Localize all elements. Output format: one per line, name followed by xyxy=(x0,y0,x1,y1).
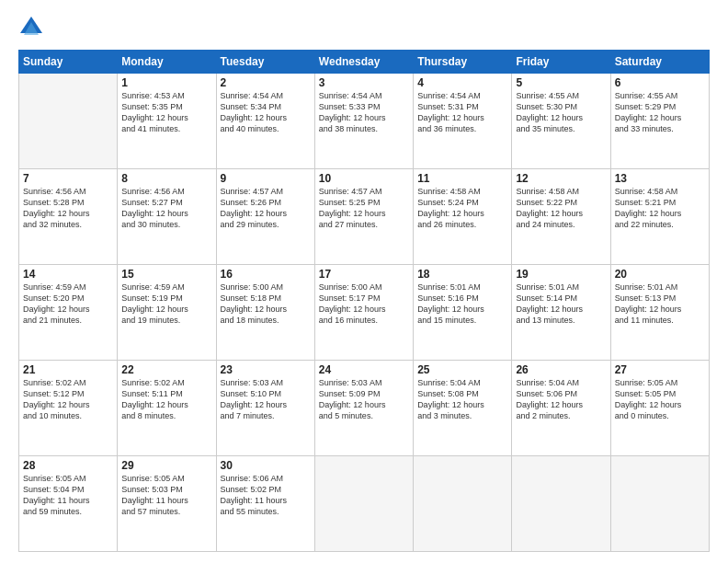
day-number: 30 xyxy=(221,459,311,472)
day-info: Sunrise: 5:05 AM Sunset: 5:04 PM Dayligh… xyxy=(23,473,113,518)
day-info: Sunrise: 5:00 AM Sunset: 5:18 PM Dayligh… xyxy=(221,282,311,327)
calendar-day-cell: 10Sunrise: 4:57 AM Sunset: 5:25 PM Dayli… xyxy=(314,169,413,265)
calendar-day-cell: 27Sunrise: 5:05 AM Sunset: 5:05 PM Dayli… xyxy=(610,361,709,456)
day-info: Sunrise: 4:58 AM Sunset: 5:21 PM Dayligh… xyxy=(615,186,705,231)
calendar-day-cell: 7Sunrise: 4:56 AM Sunset: 5:28 PM Daylig… xyxy=(19,169,118,265)
calendar-day-cell xyxy=(414,456,512,552)
day-number: 21 xyxy=(23,363,113,376)
day-info: Sunrise: 4:55 AM Sunset: 5:30 PM Dayligh… xyxy=(516,90,606,135)
day-info: Sunrise: 5:02 AM Sunset: 5:12 PM Dayligh… xyxy=(23,377,113,422)
day-number: 5 xyxy=(516,76,606,89)
calendar-day-cell: 24Sunrise: 5:03 AM Sunset: 5:09 PM Dayli… xyxy=(314,361,413,456)
calendar-table: SundayMondayTuesdayWednesdayThursdayFrid… xyxy=(18,50,710,552)
calendar-day-cell: 22Sunrise: 5:02 AM Sunset: 5:11 PM Dayli… xyxy=(118,361,216,456)
calendar-day-cell: 4Sunrise: 4:54 AM Sunset: 5:31 PM Daylig… xyxy=(414,74,512,169)
day-info: Sunrise: 5:06 AM Sunset: 5:02 PM Dayligh… xyxy=(221,473,311,518)
day-info: Sunrise: 5:01 AM Sunset: 5:16 PM Dayligh… xyxy=(417,282,507,327)
calendar-day-cell: 13Sunrise: 4:58 AM Sunset: 5:21 PM Dayli… xyxy=(610,169,709,265)
day-info: Sunrise: 5:01 AM Sunset: 5:13 PM Dayligh… xyxy=(615,282,705,327)
day-info: Sunrise: 5:05 AM Sunset: 5:03 PM Dayligh… xyxy=(121,473,211,518)
day-number: 6 xyxy=(615,76,705,89)
calendar-day-cell: 6Sunrise: 4:55 AM Sunset: 5:29 PM Daylig… xyxy=(610,74,709,169)
day-info: Sunrise: 5:04 AM Sunset: 5:06 PM Dayligh… xyxy=(516,377,606,422)
day-info: Sunrise: 5:02 AM Sunset: 5:11 PM Dayligh… xyxy=(121,377,211,422)
calendar-day-cell: 14Sunrise: 4:59 AM Sunset: 5:20 PM Dayli… xyxy=(19,265,118,361)
calendar-day-cell: 28Sunrise: 5:05 AM Sunset: 5:04 PM Dayli… xyxy=(19,456,118,552)
calendar-day-cell: 3Sunrise: 4:54 AM Sunset: 5:33 PM Daylig… xyxy=(314,74,413,169)
calendar-day-cell xyxy=(314,456,413,552)
day-info: Sunrise: 5:04 AM Sunset: 5:08 PM Dayligh… xyxy=(417,377,507,422)
day-number: 29 xyxy=(121,459,211,472)
day-info: Sunrise: 5:00 AM Sunset: 5:17 PM Dayligh… xyxy=(319,282,409,327)
day-number: 1 xyxy=(121,76,211,89)
calendar-day-cell: 20Sunrise: 5:01 AM Sunset: 5:13 PM Dayli… xyxy=(610,265,709,361)
calendar-day-cell: 26Sunrise: 5:04 AM Sunset: 5:06 PM Dayli… xyxy=(512,361,610,456)
calendar-day-cell xyxy=(512,456,610,552)
day-info: Sunrise: 4:57 AM Sunset: 5:26 PM Dayligh… xyxy=(221,186,311,231)
day-info: Sunrise: 5:05 AM Sunset: 5:05 PM Dayligh… xyxy=(615,377,705,422)
calendar-body: 1Sunrise: 4:53 AM Sunset: 5:35 PM Daylig… xyxy=(19,74,710,552)
day-number: 28 xyxy=(23,459,113,472)
calendar-header-cell: Tuesday xyxy=(216,51,314,74)
day-info: Sunrise: 5:03 AM Sunset: 5:10 PM Dayligh… xyxy=(221,377,311,422)
day-number: 18 xyxy=(417,268,507,281)
page-header xyxy=(18,15,710,40)
day-info: Sunrise: 4:57 AM Sunset: 5:25 PM Dayligh… xyxy=(319,186,409,231)
day-info: Sunrise: 5:03 AM Sunset: 5:09 PM Dayligh… xyxy=(319,377,409,422)
calendar-header-cell: Wednesday xyxy=(314,51,413,74)
calendar-day-cell: 17Sunrise: 5:00 AM Sunset: 5:17 PM Dayli… xyxy=(314,265,413,361)
day-info: Sunrise: 4:56 AM Sunset: 5:27 PM Dayligh… xyxy=(121,186,211,231)
day-number: 24 xyxy=(319,363,409,376)
day-info: Sunrise: 4:58 AM Sunset: 5:22 PM Dayligh… xyxy=(516,186,606,231)
day-number: 11 xyxy=(417,172,507,185)
logo xyxy=(18,15,48,40)
day-number: 22 xyxy=(121,363,211,376)
day-info: Sunrise: 4:55 AM Sunset: 5:29 PM Dayligh… xyxy=(615,90,705,135)
day-info: Sunrise: 4:59 AM Sunset: 5:20 PM Dayligh… xyxy=(23,282,113,327)
day-number: 20 xyxy=(615,268,705,281)
calendar-day-cell: 21Sunrise: 5:02 AM Sunset: 5:12 PM Dayli… xyxy=(19,361,118,456)
day-info: Sunrise: 4:53 AM Sunset: 5:35 PM Dayligh… xyxy=(121,90,211,135)
day-number: 17 xyxy=(319,268,409,281)
calendar-header-row: SundayMondayTuesdayWednesdayThursdayFrid… xyxy=(19,51,710,74)
day-number: 4 xyxy=(417,76,507,89)
calendar-day-cell: 16Sunrise: 5:00 AM Sunset: 5:18 PM Dayli… xyxy=(216,265,314,361)
day-number: 25 xyxy=(417,363,507,376)
logo-icon xyxy=(18,15,44,40)
calendar-day-cell: 11Sunrise: 4:58 AM Sunset: 5:24 PM Dayli… xyxy=(414,169,512,265)
day-number: 19 xyxy=(516,268,606,281)
calendar-day-cell: 18Sunrise: 5:01 AM Sunset: 5:16 PM Dayli… xyxy=(414,265,512,361)
day-number: 8 xyxy=(121,172,211,185)
calendar-day-cell: 5Sunrise: 4:55 AM Sunset: 5:30 PM Daylig… xyxy=(512,74,610,169)
calendar-header-cell: Saturday xyxy=(610,51,709,74)
calendar-day-cell: 23Sunrise: 5:03 AM Sunset: 5:10 PM Dayli… xyxy=(216,361,314,456)
calendar-header-cell: Friday xyxy=(512,51,610,74)
day-info: Sunrise: 4:58 AM Sunset: 5:24 PM Dayligh… xyxy=(417,186,507,231)
calendar-day-cell xyxy=(19,74,118,169)
calendar-day-cell: 30Sunrise: 5:06 AM Sunset: 5:02 PM Dayli… xyxy=(216,456,314,552)
day-number: 2 xyxy=(221,76,311,89)
day-number: 13 xyxy=(615,172,705,185)
calendar-day-cell: 2Sunrise: 4:54 AM Sunset: 5:34 PM Daylig… xyxy=(216,74,314,169)
calendar-header-cell: Thursday xyxy=(414,51,512,74)
day-number: 14 xyxy=(23,268,113,281)
calendar-week-row: 14Sunrise: 4:59 AM Sunset: 5:20 PM Dayli… xyxy=(19,265,710,361)
calendar-day-cell: 1Sunrise: 4:53 AM Sunset: 5:35 PM Daylig… xyxy=(118,74,216,169)
day-info: Sunrise: 5:01 AM Sunset: 5:14 PM Dayligh… xyxy=(516,282,606,327)
calendar-header-cell: Monday xyxy=(118,51,216,74)
day-info: Sunrise: 4:54 AM Sunset: 5:33 PM Dayligh… xyxy=(319,90,409,135)
day-info: Sunrise: 4:56 AM Sunset: 5:28 PM Dayligh… xyxy=(23,186,113,231)
calendar-header-cell: Sunday xyxy=(19,51,118,74)
day-number: 12 xyxy=(516,172,606,185)
day-number: 10 xyxy=(319,172,409,185)
calendar-day-cell: 19Sunrise: 5:01 AM Sunset: 5:14 PM Dayli… xyxy=(512,265,610,361)
day-number: 9 xyxy=(221,172,311,185)
day-number: 23 xyxy=(221,363,311,376)
day-number: 7 xyxy=(23,172,113,185)
day-number: 27 xyxy=(615,363,705,376)
calendar-day-cell xyxy=(610,456,709,552)
day-number: 3 xyxy=(319,76,409,89)
calendar-week-row: 7Sunrise: 4:56 AM Sunset: 5:28 PM Daylig… xyxy=(19,169,710,265)
calendar-week-row: 1Sunrise: 4:53 AM Sunset: 5:35 PM Daylig… xyxy=(19,74,710,169)
calendar-week-row: 21Sunrise: 5:02 AM Sunset: 5:12 PM Dayli… xyxy=(19,361,710,456)
